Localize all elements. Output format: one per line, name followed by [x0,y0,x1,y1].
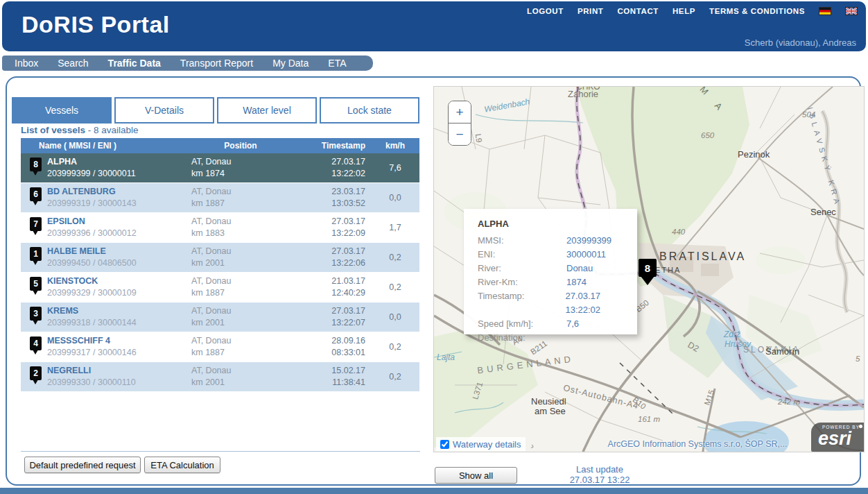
header-links: LOGOUT PRINT CONTACT HELP TERMS & CONDIT… [527,7,858,15]
vessel-km: km 2001 [191,317,284,329]
tab-vessels[interactable]: Vessels [12,97,112,124]
popup-label-timestamp: Timestamp: [478,289,565,317]
tab-water-level[interactable]: Water level [217,97,317,124]
vessel-name: ALPHA [47,156,180,168]
vessel-name: MESSSCHIFF 4 [47,335,180,347]
nav-inbox[interactable]: Inbox [15,58,38,69]
vessel-time: 13:22:06 [284,257,365,269]
col-timestamp: Timestamp [284,140,371,152]
vessel-km: km 1887 [191,287,284,299]
app-title: DoRIS Portal [21,11,170,38]
show-all-button[interactable]: Show all [435,467,517,484]
contact-link[interactable]: CONTACT [617,7,659,15]
vessel-date: 27.03.17 [284,305,365,317]
tab-v-details[interactable]: V-Details [114,97,214,124]
vessel-date: 21.03.17 [284,275,365,287]
table-row-bd-altenburg[interactable]: 6 BD ALTENBURG 203999319 / 30000143 AT, … [21,183,419,213]
popup-value-timestamp: 27.03.17 13:22:02 [565,289,637,317]
nav-traffic-data[interactable]: Traffic Data [108,58,161,69]
default-predefined-request-button[interactable]: Default predefined request [24,457,141,473]
nav-transport-report[interactable]: Transport Report [180,58,253,69]
waterway-details-checkbox[interactable] [440,440,449,449]
table-row-epsilon[interactable]: 7 EPSILON 203999396 / 30000012 AT, Donau… [21,213,419,243]
traffic-map[interactable]: CHKO Záhorie Weidenbach L9 650 504 Pezin… [433,86,865,452]
vessel-km: km 1887 [191,347,284,359]
popup-value-river-km: 1874 [566,275,587,289]
vessel-name: BD ALTENBURG [47,186,180,198]
last-update-value: 27.03.17 13:22 [517,475,683,485]
vessel-name: NEGRELLI [47,365,180,377]
list-caption-available: available [101,125,138,135]
col-position: Position [180,140,284,152]
print-link[interactable]: PRINT [578,7,604,15]
vessel-time: 13:22:02 [284,168,365,180]
vessel-pin-badge: 6 [30,187,42,201]
uk-flag-icon[interactable] [845,7,858,15]
vessel-pin-badge: 1 [30,247,42,261]
header: DoRIS Portal LOGOUT PRINT CONTACT HELP T… [2,1,866,51]
vessel-ids: 203999318 / 30000144 [47,317,180,329]
popup-label-river-km: River-Km: [478,275,566,289]
vessel-time: 13:22:09 [284,228,365,239]
last-update: Last update 27.03.17 13:22 [517,464,683,485]
vessel-pin-badge: 3 [30,307,42,321]
vessel-ids: 203999399 / 30000011 [47,168,180,180]
nav-search[interactable]: Search [58,58,88,69]
vessel-speed: 0,2 [371,362,419,391]
table-row-negrelli[interactable]: 2 NEGRELLI 203999330 / 30000110 AT, Dona… [21,362,419,392]
popup-label-river: River: [478,262,566,275]
vessel-time: 13:22:07 [284,317,365,329]
help-link[interactable]: HELP [672,7,695,15]
map-attribution: ArcGEO Information Systems s.r.o, ŠOP SR… [559,439,836,449]
table-row-halbe-meile[interactable]: 1 HALBE MEILE 203999450 / 04806500 AT, D… [21,243,419,273]
logout-link[interactable]: LOGOUT [527,7,564,15]
vessel-country-river: AT, Donau [191,156,284,168]
vessel-pin-badge: 2 [30,366,42,380]
terms-link[interactable]: TERMS & CONDITIONS [709,7,805,15]
vessel-speed: 0,0 [371,303,419,332]
nav-my-data[interactable]: My Data [272,58,309,69]
vessel-km: km 2001 [191,377,284,389]
vessel-country-river: AT, Donau [191,216,284,228]
vessel-speed: 0,2 [371,243,419,272]
popup-label-mmsi: MMSI: [478,234,566,248]
map-zoom-control: + − [448,101,471,146]
eta-calculation-button[interactable]: ETA Calculation [144,457,220,473]
vessel-country-river: AT, Donau [191,365,284,377]
vessel-name: EPSILON [47,216,180,228]
esri-wordmark: esri [818,428,851,450]
vessel-ids: 203999330 / 30000110 [47,377,180,389]
last-update-label: Last update [517,464,683,475]
zoom-out-button[interactable]: − [449,124,471,145]
col-speed: km/h [371,141,419,151]
vessel-country-river: AT, Donau [191,275,284,287]
vessel-ids: 203999450 / 04806500 [47,257,180,269]
vessel-pin-badge: 7 [30,217,42,231]
popup-vessel-name: ALPHA [478,219,637,229]
traffic-data-tabs: Vessels V-Details Water level Lock state [12,97,419,124]
german-flag-icon[interactable] [819,7,831,15]
popup-label-destination: Destination: [478,331,566,345]
table-row-messschiff4[interactable]: 4 MESSSCHIFF 4 203999317 / 30000146 AT, … [21,332,419,362]
zoom-in-button[interactable]: + [449,101,471,124]
popup-label-speed: Speed [km/h]: [478,317,566,331]
tab-lock-state[interactable]: Lock state [320,97,419,124]
list-caption-title: List of vessels [21,125,85,135]
vessel-name: KIENSTOCK [47,275,180,287]
logged-in-user: Scherb (viadonau), Andreas [745,37,856,48]
vessel-ids: 203999317 / 30000146 [47,347,180,359]
vessel-date: 27.03.17 [284,246,365,257]
vessel-speed: 0,2 [371,332,419,361]
nav-eta[interactable]: ETA [328,58,346,69]
vessel-date: 28.09.16 [284,335,365,347]
vessel-ids: 203999396 / 30000012 [47,228,180,239]
table-row-krems[interactable]: 3 KREMS 203999318 / 30000144 AT, Donaukm… [21,303,419,332]
table-row-alpha[interactable]: 8 ALPHA 203999399 / 30000011 AT, Donaukm… [21,153,419,183]
list-caption: List of vessels - 8 available [21,125,139,135]
vessel-ids: 203999329 / 30000109 [47,287,180,299]
esri-globe-icon [859,425,862,428]
vessel-popup: ALPHA MMSI:203999399 ENI:30000011 River:… [464,209,637,334]
vessel-km: km 1883 [191,228,284,239]
table-row-kienstock[interactable]: 5 KIENSTOCK 203999329 / 30000109 AT, Don… [21,273,419,303]
vessel-marker-8[interactable]: 8 [639,259,657,277]
